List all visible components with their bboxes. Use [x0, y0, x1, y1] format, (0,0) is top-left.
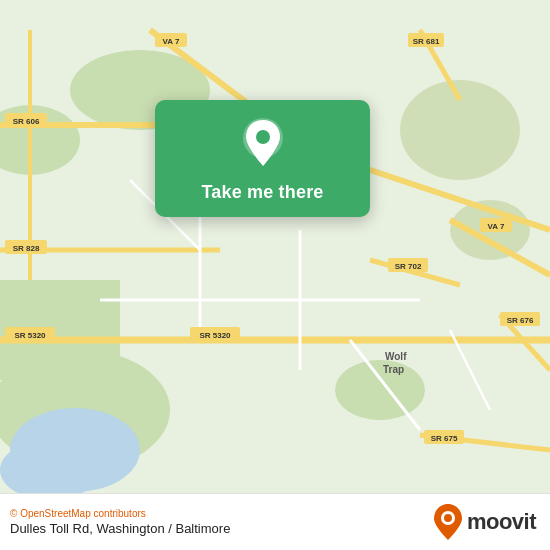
- map-background: SR 606 VA 7 SR 681 VA 7 SR 828 SR 702 VA…: [0, 0, 550, 550]
- svg-text:SR 828: SR 828: [13, 244, 40, 253]
- location-card: Take me there: [155, 100, 370, 217]
- svg-text:SR 675: SR 675: [431, 434, 458, 443]
- bottom-bar: © OpenStreetMap contributors Dulles Toll…: [0, 493, 550, 550]
- svg-text:Trap: Trap: [383, 364, 404, 375]
- svg-text:SR 5320: SR 5320: [199, 331, 231, 340]
- location-label: Dulles Toll Rd, Washington / Baltimore: [10, 521, 230, 536]
- svg-text:VA 7: VA 7: [163, 37, 180, 46]
- osm-credit: © OpenStreetMap contributors: [10, 508, 230, 519]
- svg-point-10: [0, 440, 100, 500]
- svg-text:SR 676: SR 676: [507, 316, 534, 325]
- svg-text:VA 7: VA 7: [488, 222, 505, 231]
- svg-point-56: [444, 514, 452, 522]
- svg-text:SR 681: SR 681: [413, 37, 440, 46]
- pin-icon: [237, 118, 289, 170]
- svg-point-54: [256, 130, 270, 144]
- map-container: SR 606 VA 7 SR 681 VA 7 SR 828 SR 702 VA…: [0, 0, 550, 550]
- svg-text:Wolf: Wolf: [385, 351, 407, 362]
- svg-text:SR 606: SR 606: [13, 117, 40, 126]
- moovit-pin-icon: [434, 504, 462, 540]
- take-me-there-button[interactable]: Take me there: [201, 180, 323, 205]
- moovit-text: moovit: [467, 509, 536, 535]
- bottom-left: © OpenStreetMap contributors Dulles Toll…: [10, 508, 230, 536]
- svg-text:SR 5320: SR 5320: [14, 331, 46, 340]
- svg-text:SR 702: SR 702: [395, 262, 422, 271]
- moovit-logo: moovit: [434, 504, 536, 540]
- svg-point-8: [335, 360, 425, 420]
